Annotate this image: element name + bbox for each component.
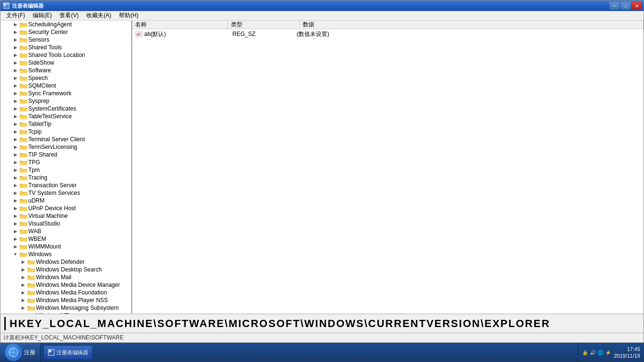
tree-item[interactable]: ▶ SystemCertificates [0,105,131,113]
tree-item[interactable]: ▶ Shared Tools Location [0,51,131,59]
status-text: 计算机\HKEY_LOCAL_MACHINE\SOFTWARE [3,334,124,342]
menu-view[interactable]: 查看(V) [56,11,82,21]
tree-item[interactable]: ▶ Virtual Machine [0,212,131,220]
tree-item[interactable]: ▶ Shared Tools [0,44,131,51]
expand-btn[interactable]: ▶ [12,90,19,97]
start-orb[interactable] [5,344,22,361]
expand-btn[interactable]: ▶ [12,213,19,219]
tree-pane[interactable]: ▶ SchedulingAgent▶ Security Center▶ Sens… [0,21,132,314]
tree-item[interactable]: ▶ Windows Media Foundation [0,289,131,296]
expand-btn[interactable]: ▶ [12,136,19,143]
registry-entries[interactable]: ab ab(默认) REG_SZ (数值未设置) [132,29,644,314]
expand-btn[interactable]: ▶ [12,121,19,127]
expand-btn[interactable]: ▶ [12,190,19,196]
expand-btn[interactable]: ▶ [12,205,19,212]
registry-entry[interactable]: ab ab(默认) REG_SZ (数值未设置) [132,30,644,38]
expand-btn[interactable]: ▶ [12,243,19,250]
expand-btn[interactable]: ▶ [12,151,19,158]
tree-item[interactable]: ▶ TableTextService [0,113,131,120]
expand-btn[interactable]: ▶ [12,159,19,166]
tree-item[interactable]: ▶ WAB [0,227,131,235]
tree-item[interactable]: ▶ Windows Media Player NSS [0,296,131,304]
folder-icon [20,251,27,258]
menu-help[interactable]: 帮助(H) [115,11,142,21]
expand-btn[interactable]: ▶ [12,75,19,81]
tree-item[interactable]: ▶ Windows Defender [0,258,131,266]
tree-item[interactable]: ▶ WBEM [0,235,131,243]
maximize-button[interactable]: □ [621,2,631,10]
tree-item[interactable]: ▶ Windows Messaging Subsystem [0,304,131,312]
tree-item[interactable]: ▶ SideShow [0,59,131,67]
expand-btn[interactable]: ▶ [12,228,19,235]
tree-item[interactable]: ▶ Sysprep [0,97,131,105]
expand-btn[interactable]: ▶ [12,236,19,242]
expand-btn[interactable]: ▶ [12,52,19,58]
menu-file[interactable]: 文件(F) [2,11,29,21]
reg-data: (数值未设置) [297,30,329,38]
expand-btn[interactable]: ▶ [12,29,19,35]
expand-btn[interactable]: ▶ [20,297,26,304]
tree-item-label: Windows Defender [36,259,84,265]
tree-item[interactable]: ▶ TermServLicensing [0,143,131,151]
tree-item[interactable]: ▶ Windows Mail [0,273,131,281]
tree-item[interactable]: ▶ Tcpip [0,128,131,136]
menu-favorites[interactable]: 收藏夹(A) [82,11,115,21]
tree-item[interactable]: ▶ SQMClient [0,82,131,90]
tree-item[interactable]: ▶ SchedulingAgent [0,21,131,28]
expand-btn[interactable]: ▶ [20,259,26,265]
expand-btn[interactable]: ▶ [12,174,19,181]
collapse-btn[interactable]: ▼ [12,251,19,258]
tree-item[interactable]: ▶ Sync Framework [0,90,131,97]
minimize-button[interactable]: ─ [610,2,620,10]
active-app[interactable]: 注册表编辑器 [44,345,92,360]
tree-item[interactable]: ▶ VisualStudio [0,220,131,227]
tree-item[interactable]: ▶ TabletTip [0,120,131,128]
expand-btn[interactable]: ▶ [12,67,19,74]
tree-item[interactable]: ▶ Transaction Server [0,181,131,189]
expand-btn[interactable]: ▶ [12,128,19,135]
folder-icon [20,121,27,127]
expand-btn[interactable]: ▶ [20,305,26,311]
expand-btn[interactable]: ▶ [12,197,19,204]
tree-item[interactable]: ▶ Security Center [0,28,131,36]
expand-btn[interactable]: ▶ [20,274,26,281]
tree-item[interactable]: ▶ Tpm [0,166,131,174]
tree-item[interactable]: ▶ Software [0,67,131,74]
tree-item[interactable]: ▶ TPG [0,158,131,166]
tree-item[interactable]: ▶ Speech [0,74,131,82]
tree-item[interactable]: ▶ WIMMMount [0,243,131,250]
expand-btn[interactable]: ▶ [12,113,19,120]
tree-item[interactable]: ▶ Terminal Server Client [0,136,131,143]
expand-btn[interactable]: ▶ [12,98,19,104]
menu-edit[interactable]: 编辑(E) [29,11,56,21]
status-bar: 计算机\HKEY_LOCAL_MACHINE\SOFTWARE [0,333,644,342]
tree-item[interactable]: ▶ TV System Services [0,189,131,197]
close-button[interactable]: ✕ [632,2,642,10]
tree-item[interactable]: ▶ UPnP Device Host [0,204,131,212]
expand-btn[interactable]: ▶ [12,59,19,66]
title-bar: 注册表编辑器 ─ □ ✕ [0,0,644,11]
expand-btn[interactable]: ▶ [12,182,19,189]
expand-btn[interactable]: ▶ [20,266,26,273]
system-clock[interactable]: 17:45 2019/11/19 [614,346,640,360]
tree-item[interactable]: ▶ Tracing [0,174,131,181]
expand-btn[interactable]: ▶ [12,82,19,89]
svg-rect-1 [4,3,6,6]
tree-item[interactable]: ▶ Windows Desktop Search [0,266,131,273]
expand-btn[interactable]: ▶ [20,282,26,288]
expand-btn[interactable]: ▶ [12,44,19,51]
expand-btn[interactable]: ▶ [20,289,26,296]
tree-item[interactable]: ▶ TIP Shared [0,151,131,158]
tree-item[interactable]: ▶ Windows Media Device Manager [0,281,131,289]
tree-item[interactable]: ▼ Windows [0,250,131,258]
expand-btn[interactable]: ▶ [12,36,19,43]
tree-item[interactable]: ▶ Sensors [0,36,131,44]
app-icon [2,2,10,10]
expand-btn[interactable]: ▶ [12,21,19,28]
start-button[interactable]: 注册 [0,343,41,362]
expand-btn[interactable]: ▶ [12,167,19,173]
expand-btn[interactable]: ▶ [12,105,19,112]
tree-item[interactable]: ▶ uDRM [0,197,131,204]
expand-btn[interactable]: ▶ [12,144,19,150]
expand-btn[interactable]: ▶ [12,220,19,227]
